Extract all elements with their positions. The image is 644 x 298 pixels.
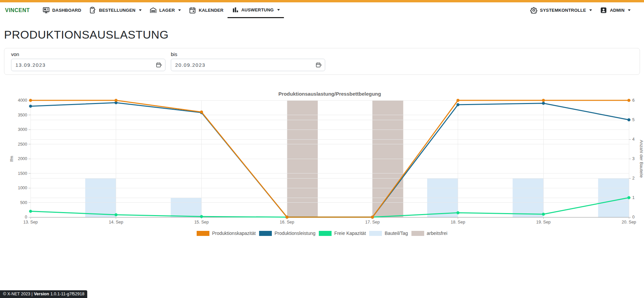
point-Produktionsleistung bbox=[628, 118, 631, 121]
svg-text:3: 3 bbox=[632, 156, 635, 161]
point-Produktionsleistung bbox=[456, 103, 459, 106]
nav-item-label: AUSWERTUNG bbox=[241, 7, 274, 12]
point-Produktionskapazität bbox=[114, 99, 117, 102]
chart-legend: ProduktionskapazitätProduktionsleistungF… bbox=[8, 231, 636, 236]
svg-text:1000: 1000 bbox=[18, 186, 27, 190]
svg-text:1500: 1500 bbox=[18, 171, 27, 176]
chevron-down-icon bbox=[277, 9, 280, 11]
from-date-label: von bbox=[11, 51, 165, 57]
chevron-down-icon bbox=[628, 9, 631, 11]
point-Freie Kapazität bbox=[200, 215, 203, 218]
to-date-label: bis bbox=[171, 51, 325, 57]
legend-label: Produktionsleistung bbox=[275, 231, 315, 236]
utilization-chart: Produktionsauslastung/Pressbettbelegung0… bbox=[8, 90, 644, 227]
legend-item[interactable]: Produktionskapazität bbox=[197, 231, 256, 236]
point-Produktionskapazität bbox=[286, 216, 289, 219]
nav-item-bestellungen[interactable]: BESTELLUNGEN bbox=[85, 2, 146, 18]
to-date-input[interactable] bbox=[171, 59, 325, 71]
legend-label: Freie Kapazität bbox=[334, 231, 366, 236]
svg-text:19. Sep: 19. Sep bbox=[536, 220, 551, 225]
svg-text:5: 5 bbox=[632, 117, 635, 122]
point-Produktionskapazität bbox=[371, 216, 374, 219]
date-filter-panel: von bis bbox=[4, 48, 640, 75]
svg-text:13. Sep: 13. Sep bbox=[23, 220, 38, 225]
nav-item-label: KALENDER bbox=[199, 8, 224, 13]
chevron-down-icon bbox=[178, 9, 181, 11]
from-date-picker-icon[interactable] bbox=[156, 62, 162, 68]
legend-swatch bbox=[369, 231, 382, 236]
nav-item-admin[interactable]: ADMIN bbox=[596, 2, 635, 18]
point-Produktionskapazität bbox=[542, 99, 545, 102]
legend-item[interactable]: arbeitsfrei bbox=[411, 231, 447, 236]
top-accent-bar bbox=[0, 0, 644, 2]
svg-text:2: 2 bbox=[632, 176, 635, 181]
bar-Bauteil/Tag bbox=[171, 198, 202, 217]
nav-item-label: SYSTEMKONTROLLE bbox=[540, 8, 586, 13]
main-navbar: VINCENT DASHBOARDBESTELLUNGENLAGERKALEND… bbox=[0, 2, 644, 18]
point-Freie Kapazität bbox=[114, 213, 117, 216]
legend-swatch bbox=[411, 231, 424, 236]
svg-text:0: 0 bbox=[25, 215, 27, 219]
chart-title: Produktionsauslastung/Pressbettbelegung bbox=[279, 91, 381, 97]
point-Produktionskapazität bbox=[29, 99, 32, 102]
point-Produktionskapazität bbox=[628, 99, 631, 102]
chevron-down-icon bbox=[139, 9, 142, 11]
point-Produktionsleistung bbox=[29, 105, 32, 108]
from-date-input[interactable] bbox=[11, 59, 165, 71]
dashboard-icon bbox=[43, 7, 50, 14]
svg-text:18. Sep: 18. Sep bbox=[451, 220, 465, 225]
nav-item-label: DASHBOARD bbox=[52, 8, 81, 13]
legend-item[interactable]: Bauteil/Tag bbox=[369, 231, 408, 236]
right-axis-title: Anzahl der Bauteile bbox=[639, 140, 644, 178]
nav-item-kalender[interactable]: KALENDER bbox=[185, 2, 228, 18]
svg-text:6: 6 bbox=[632, 98, 635, 103]
point-Freie Kapazität bbox=[29, 210, 32, 213]
chart-block: Produktionsauslastung/Pressbettbelegung0… bbox=[8, 90, 636, 236]
bar-chart-icon bbox=[232, 6, 239, 13]
to-date-picker-icon[interactable] bbox=[316, 62, 322, 68]
footer-copyright: © X-NET 2023 | bbox=[3, 292, 33, 296]
chevron-down-icon bbox=[589, 9, 592, 11]
point-Produktionskapazität bbox=[200, 110, 203, 113]
brand-logo[interactable]: VINCENT bbox=[5, 2, 30, 18]
legend-item[interactable]: Produktionsleistung bbox=[259, 231, 315, 236]
legend-swatch bbox=[319, 231, 332, 236]
nav-item-systemkontrolle[interactable]: SYSTEMKONTROLLE bbox=[526, 2, 596, 18]
svg-text:3000: 3000 bbox=[18, 127, 27, 132]
footer-version-value: 1.0.1-11-g7f52918 bbox=[50, 292, 84, 296]
svg-text:20. Sep: 20. Sep bbox=[622, 220, 636, 225]
legend-label: Bauteil/Tag bbox=[385, 231, 408, 236]
point-Freie Kapazität bbox=[542, 213, 545, 216]
nav-item-label: ADMIN bbox=[610, 8, 625, 13]
svg-text:4000: 4000 bbox=[18, 98, 27, 103]
nav-item-dashboard[interactable]: DASHBOARD bbox=[39, 2, 85, 18]
svg-text:14. Sep: 14. Sep bbox=[109, 220, 123, 225]
svg-text:17. Sep: 17. Sep bbox=[365, 220, 380, 225]
point-Freie Kapazität bbox=[456, 211, 459, 214]
person-icon bbox=[600, 7, 607, 14]
footer-version-badge: © X-NET 2023 | Version 1.0.1-11-g7f52918 bbox=[0, 290, 87, 298]
nav-right: SYSTEMKONTROLLEADMIN bbox=[526, 2, 635, 18]
svg-text:2000: 2000 bbox=[18, 156, 27, 161]
gear-icon bbox=[530, 7, 537, 14]
svg-text:3500: 3500 bbox=[18, 113, 27, 117]
svg-text:4: 4 bbox=[632, 137, 635, 142]
nav-item-lager[interactable]: LAGER bbox=[146, 2, 185, 18]
calendar-icon bbox=[189, 7, 196, 14]
nav-item-label: BESTELLUNGEN bbox=[99, 8, 136, 13]
point-Produktionsleistung bbox=[542, 102, 545, 105]
footer-version-label: Version bbox=[34, 292, 49, 296]
svg-text:16. Sep: 16. Sep bbox=[280, 220, 294, 225]
legend-label: Produktionskapazität bbox=[212, 231, 256, 236]
nav-item-auswertung[interactable]: AUSWERTUNG bbox=[228, 2, 284, 18]
orders-icon bbox=[89, 7, 96, 14]
point-Freie Kapazität bbox=[628, 196, 631, 199]
warehouse-icon bbox=[150, 7, 157, 14]
nav-left: DASHBOARDBESTELLUNGENLAGERKALENDERAUSWER… bbox=[39, 2, 284, 18]
legend-swatch bbox=[259, 231, 272, 236]
page-title: PRODUKTIONSAUSLASTUNG bbox=[4, 28, 640, 41]
legend-item[interactable]: Freie Kapazität bbox=[319, 231, 366, 236]
svg-text:1: 1 bbox=[632, 195, 635, 200]
point-Produktionskapazität bbox=[456, 99, 459, 102]
legend-label: arbeitsfrei bbox=[427, 231, 447, 236]
